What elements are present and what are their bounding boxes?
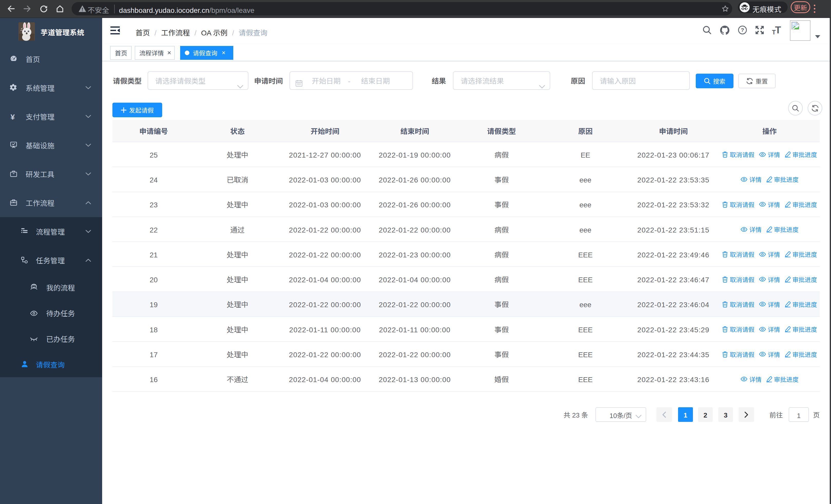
svg-text:?: ? xyxy=(741,27,744,33)
